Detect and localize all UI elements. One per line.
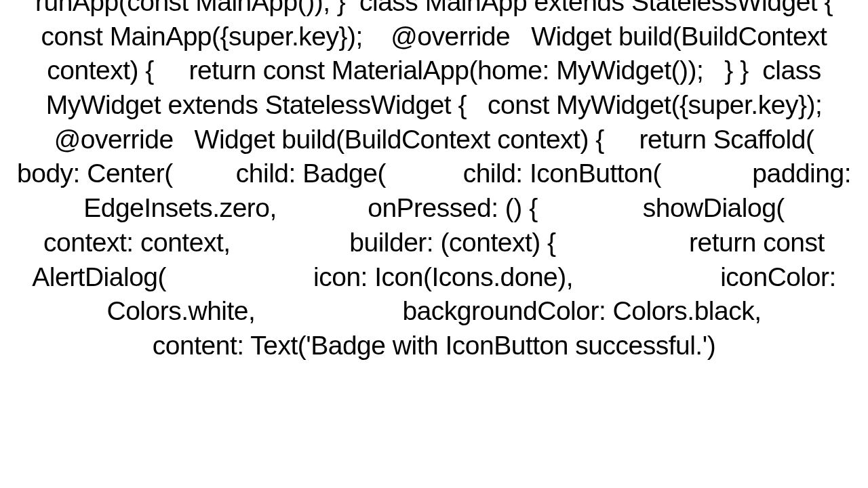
code-text: runApp(const MainApp()); } class MainApp… <box>14 0 854 363</box>
code-snippet-container: runApp(const MainApp()); } class MainApp… <box>0 0 868 488</box>
